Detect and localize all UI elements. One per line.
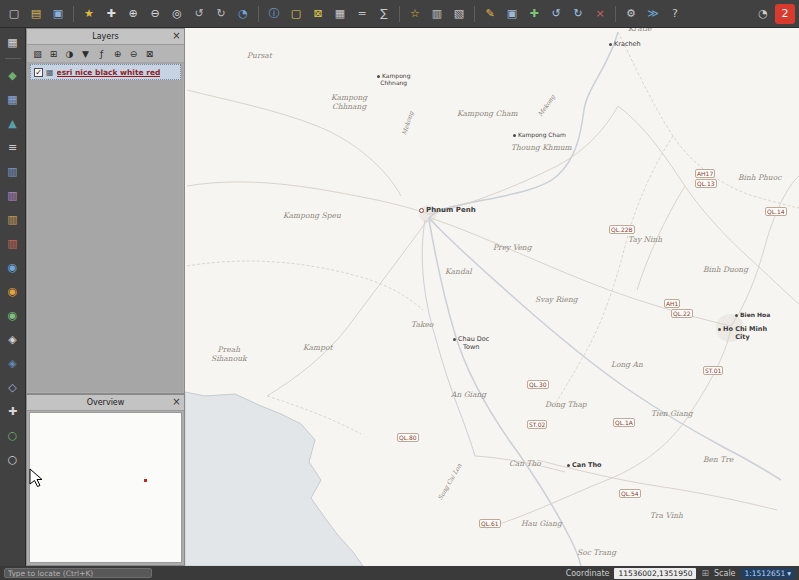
data-source-manager-icon[interactable]: ▦: [3, 32, 23, 52]
place-label: Kampong Chhnang: [377, 72, 410, 86]
delete-selected-icon[interactable]: ×: [590, 4, 610, 24]
map-refresh-icon[interactable]: ◔: [233, 4, 253, 24]
add-raster-layer-icon[interactable]: ▦: [3, 89, 23, 109]
icon-glyph: ◉: [8, 309, 18, 322]
collapse-all-icon[interactable]: ⊖: [127, 47, 140, 60]
new-bookmark-icon[interactable]: ☆: [405, 4, 425, 24]
zoom-last-icon[interactable]: ↺: [189, 4, 209, 24]
scale-label: Scale: [714, 569, 736, 578]
map-canvas[interactable]: KratiePursatKampong ChhnangKampong ChamT…: [185, 28, 799, 566]
open-layer-styling-icon[interactable]: ▧: [31, 47, 44, 60]
close-icon[interactable]: ×: [171, 395, 182, 408]
add-spatialite-layer-icon[interactable]: ▥: [3, 185, 23, 205]
layout-manager-icon[interactable]: ▧: [449, 4, 469, 24]
extents-icon[interactable]: ⊞: [701, 568, 709, 578]
add-oracle-layer-icon[interactable]: ▥: [3, 233, 23, 253]
icon-glyph: ▢: [291, 7, 301, 20]
help-icon[interactable]: ?: [665, 4, 685, 24]
python-console-icon[interactable]: ≫: [643, 4, 663, 24]
add-feature-icon[interactable]: ✚: [524, 4, 544, 24]
notifications-badge[interactable]: 2: [775, 4, 795, 24]
icon-glyph: ◉: [8, 285, 18, 298]
style-manager-icon[interactable]: ★: [79, 4, 99, 24]
temporal-controller-icon[interactable]: ◔: [753, 4, 773, 24]
open-attribute-table-icon[interactable]: ▦: [330, 4, 350, 24]
overview-panel: Overview ×: [26, 394, 185, 566]
icon-glyph: ◔: [238, 7, 248, 20]
zoom-full-icon[interactable]: ◎: [167, 4, 187, 24]
toolbar-separator: [399, 6, 400, 22]
road-shield-text: QL.61: [481, 520, 499, 527]
region-label-text: Dong Thap: [545, 400, 587, 409]
icon-glyph: ◔: [758, 7, 768, 20]
select-features-icon[interactable]: ▢: [286, 4, 306, 24]
new-print-layout-icon[interactable]: ▥: [427, 4, 447, 24]
place-label: Can Tho: [567, 462, 602, 470]
add-wms-layer-icon[interactable]: ◉: [3, 257, 23, 277]
toggle-editing-icon[interactable]: ✎: [480, 4, 500, 24]
icon-glyph: ▣: [507, 7, 517, 20]
new-geopackage-layer-icon[interactable]: ○: [3, 425, 23, 445]
deselect-features-icon[interactable]: ⊠: [308, 4, 328, 24]
region-label-text: Tien Giang: [651, 409, 693, 418]
save-layer-edits-icon[interactable]: ▣: [502, 4, 522, 24]
add-postgis-layer-icon[interactable]: ▥: [3, 161, 23, 181]
road-shield-text: QL.22B: [611, 226, 633, 233]
project-new-icon[interactable]: ▢: [4, 4, 24, 24]
manage-layers-toolbar: ▦◆▦▲≡▥▥▥▥◉◉◉◈◈◇✚○○: [0, 28, 26, 566]
zoom-out-icon[interactable]: ⊖: [145, 4, 165, 24]
remove-layer-icon[interactable]: ⊠: [143, 47, 156, 60]
add-group-icon[interactable]: ⊞: [47, 47, 60, 60]
add-xyz-layer-icon[interactable]: ◈: [3, 329, 23, 349]
add-wfs-layer-icon[interactable]: ◉: [3, 281, 23, 301]
filter-by-expression-icon[interactable]: ƒ: [95, 47, 108, 60]
new-shapefile-layer-icon[interactable]: ✚: [3, 401, 23, 421]
coordinate-value[interactable]: 11536002,1351950: [614, 568, 696, 579]
region-label: Kampot: [303, 344, 333, 353]
expand-all-icon[interactable]: ⊕: [111, 47, 124, 60]
pan-map-icon[interactable]: ✚: [101, 4, 121, 24]
add-virtual-layer-icon[interactable]: ◇: [3, 377, 23, 397]
place-label-text: Kampong Chhnang: [380, 72, 410, 86]
road-shield: QL.1A: [613, 418, 635, 427]
layer-visibility-checkbox[interactable]: ✓: [34, 68, 43, 77]
scale-value[interactable]: 1:1512651 ▾: [741, 568, 795, 579]
project-save-icon[interactable]: ▣: [48, 4, 68, 24]
road-shield: AH17: [695, 169, 715, 178]
add-delimited-text-icon[interactable]: ≡: [3, 137, 23, 157]
zoom-next-icon[interactable]: ↻: [211, 4, 231, 24]
place-label-text: Kracheh: [614, 40, 641, 48]
statistical-summary-icon[interactable]: ∑: [374, 4, 394, 24]
add-mesh-layer-icon[interactable]: ▲: [3, 113, 23, 133]
processing-toolbox-icon[interactable]: ⚙: [621, 4, 641, 24]
layers-panel: Layers × ▧⊞◑▼ƒ⊕⊖⊠ ✓ ▦ esri nice black wh…: [26, 28, 185, 394]
region-label: Binh Duong: [703, 266, 748, 275]
chevron-down-icon[interactable]: ▾: [787, 568, 791, 579]
region-label: Tien Giang: [651, 410, 693, 419]
region-label: Thoung Khmum: [511, 144, 572, 153]
add-arcgis-rest-layer-icon[interactable]: ◈: [3, 353, 23, 373]
layers-panel-title: Layers ×: [27, 29, 184, 45]
layer-item[interactable]: ✓ ▦ esri nice black white red: [30, 64, 181, 80]
project-open-icon[interactable]: ▤: [26, 4, 46, 24]
filter-legend-icon[interactable]: ▼: [79, 47, 92, 60]
region-label-text: An Giang: [451, 390, 486, 399]
icon-glyph: ⚙: [626, 7, 636, 20]
add-mssql-layer-icon[interactable]: ▥: [3, 209, 23, 229]
add-vector-layer-icon[interactable]: ◆: [3, 65, 23, 85]
manage-map-themes-icon[interactable]: ◑: [63, 47, 76, 60]
new-scratch-layer-icon[interactable]: ○: [3, 449, 23, 469]
identify-features-icon[interactable]: ⓘ: [264, 4, 284, 24]
road-shield: QL.13: [695, 179, 717, 188]
zoom-in-icon[interactable]: ⊕: [123, 4, 143, 24]
icon-glyph: ▦: [7, 36, 17, 49]
undo-icon[interactable]: ↺: [546, 4, 566, 24]
locator-input[interactable]: [4, 568, 152, 578]
layers-panel-toolbar: ▧⊞◑▼ƒ⊕⊖⊠: [27, 45, 184, 63]
close-icon[interactable]: ×: [171, 29, 182, 42]
icon-glyph: ◈: [8, 357, 16, 370]
measure-line-icon[interactable]: ═: [352, 4, 372, 24]
redo-icon[interactable]: ↻: [568, 4, 588, 24]
overview-map[interactable]: [29, 412, 182, 563]
add-wcs-layer-icon[interactable]: ◉: [3, 305, 23, 325]
